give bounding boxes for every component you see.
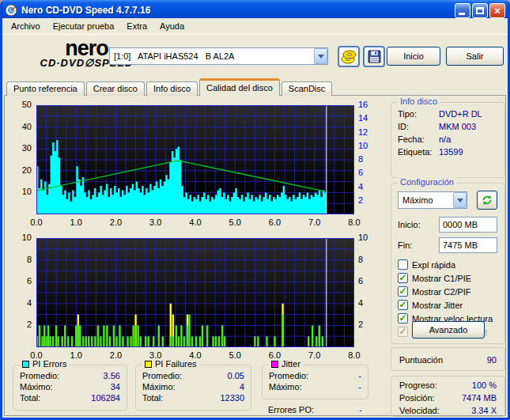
drive-select-dropdown-button[interactable] — [314, 48, 327, 64]
app-window: Nero CD-DVD Speed 4.7.7.16 × Archivo Eje… — [0, 0, 510, 420]
y-axis-right-tick-label: 16 — [358, 100, 382, 110]
stat-row: Máximo:- — [263, 381, 368, 392]
checkbox-mostrar-c2-pif[interactable]: ✓Mostrar C2/PIF — [398, 285, 501, 298]
menu-extra[interactable]: Extra — [120, 19, 153, 33]
stat-row: Promedio:3.56 — [13, 370, 127, 381]
pi-errors-stats-caption: PI Errors — [20, 359, 69, 369]
disc-info-row: Tipo:DVD+R DL — [391, 108, 504, 120]
menu-ayuda[interactable]: Ayuda — [153, 19, 191, 33]
checkbox-expl-r-pida[interactable]: Expl rápida — [398, 258, 501, 271]
y-axis-left-tick-label: 40 — [5, 122, 32, 132]
menu-bar: Archivo Ejecutar prueba Extra Ayuda — [2, 18, 508, 35]
y-axis-left-tick-label: 2 — [5, 320, 32, 330]
y-axis-right-tick-label: 10 — [358, 233, 382, 243]
stat-row: Promedio:0.05 — [136, 370, 251, 381]
x-axis-tick-label: 7.0 — [304, 218, 326, 228]
x-axis-tick-label: 2.0 — [105, 350, 127, 361]
exit-button[interactable]: Salir — [446, 47, 504, 66]
y-axis-left-tick-label: 30 — [5, 143, 32, 153]
checkbox-box[interactable]: ✓ — [398, 286, 408, 297]
speed-select-dropdown-button[interactable] — [453, 192, 467, 208]
x-axis-tick-label: 6.0 — [264, 218, 286, 228]
pi-failures-chart: 2468102468100.01.02.03.04.05.06.07.08.0 — [5, 235, 389, 363]
x-axis-tick-label: 3.0 — [145, 218, 167, 228]
checkbox-label: Mostrar C2/PIF — [412, 287, 471, 297]
x-axis-tick-label: 8.0 — [343, 218, 365, 228]
pi-errors-stats-box: PI Errors Promedio:3.56 Máximo:34 Total:… — [13, 365, 127, 411]
configuration-caption: Configuración — [398, 177, 456, 187]
speed-select-value: Máximo — [399, 195, 453, 205]
pi-failures-stats-caption: PI Failures — [142, 359, 199, 369]
save-button[interactable] — [363, 46, 385, 67]
checkbox-box[interactable]: ✓ — [398, 313, 408, 324]
y-axis-right-tick-label: 6 — [358, 168, 382, 178]
pi-failures-stats-box: PI Failures Promedio:0.05 Máximo:4 Total… — [135, 365, 251, 411]
score-label: Puntuación — [399, 355, 443, 365]
toolbar: nero CD·DVD∅SPEED [1:0] ATAPI iHAS524 B … — [2, 36, 508, 79]
inicio-field[interactable] — [439, 217, 497, 233]
checkbox-mostrar-c1-pie[interactable]: ✓Mostrar C1/PIE — [398, 271, 501, 285]
pi-errors-chart: 10203040502468101214160.01.02.03.04.05.0… — [5, 102, 389, 230]
disc-info-row: ID:MKM 003 — [391, 120, 504, 133]
progress-row: Posición:7474 MB — [391, 392, 504, 404]
checkbox-box[interactable]: ✓ — [398, 273, 408, 283]
fin-field[interactable] — [439, 237, 497, 253]
x-axis-tick-label: 7.0 — [304, 350, 326, 361]
x-axis-tick-label: 4.0 — [184, 218, 206, 228]
stat-row: Total:106284 — [13, 392, 127, 403]
checkbox-box[interactable]: ✓ — [398, 300, 408, 310]
chevron-down-icon — [457, 199, 463, 202]
checkbox-mostrar-jitter[interactable]: ✓Mostrar Jitter — [398, 298, 501, 312]
close-button[interactable]: × — [489, 3, 505, 18]
menu-archivo[interactable]: Archivo — [5, 19, 47, 33]
stat-row: Promedio:- — [263, 370, 368, 381]
tab-punto-referencia[interactable]: Punto referencia — [6, 81, 85, 96]
eject-disc-icon — [341, 50, 357, 64]
pi-errors-plot-area — [36, 105, 354, 214]
x-axis-tick-label: 5.0 — [224, 218, 246, 228]
y-axis-left-tick-label: 8 — [5, 255, 32, 265]
x-axis-tick-label: 2.0 — [105, 218, 127, 228]
jitter-legend-swatch — [271, 361, 278, 368]
y-axis-right-tick-label: 8 — [358, 255, 382, 265]
start-button[interactable]: Inicio — [387, 47, 440, 66]
jitter-stats-caption: Jitter — [269, 359, 303, 369]
tab-crear-disco[interactable]: Crear disco — [86, 81, 145, 96]
eject-disc-button[interactable] — [338, 46, 360, 67]
pi-failures-legend-swatch — [145, 361, 152, 368]
y-axis-right-tick-label: 14 — [358, 113, 382, 123]
close-icon: × — [490, 4, 504, 17]
menu-ejecutar-prueba[interactable]: Ejecutar prueba — [47, 19, 121, 33]
checkbox-box: ✓ — [398, 327, 408, 337]
disc-info-caption: Info disco — [398, 96, 440, 106]
stat-row: Máximo:4 — [136, 381, 251, 392]
x-axis-tick-label: 5.0 — [224, 350, 246, 361]
x-axis-tick-label: 1.0 — [65, 218, 87, 228]
y-axis-left-tick-label: 4 — [5, 298, 32, 308]
jitter-stats-box: Jitter Promedio:- Máximo:- — [262, 365, 368, 399]
speed-select[interactable]: Máximo — [398, 191, 467, 209]
progress-panel: Progreso:100 % Posición:7474 MB Velocida… — [391, 376, 505, 417]
minimize-button[interactable] — [455, 3, 470, 18]
refresh-button[interactable] — [477, 191, 497, 210]
pi-errors-legend-swatch — [22, 361, 29, 368]
advanced-button[interactable]: Avanzado — [412, 321, 485, 339]
save-icon — [368, 50, 381, 63]
inicio-label: Inicio: — [398, 220, 421, 229]
score-panel: Puntuación 90 — [391, 347, 505, 371]
pi-failures-plot-area — [36, 238, 354, 347]
stat-row: Total:12330 — [136, 392, 251, 403]
maximize-icon — [476, 7, 484, 14]
tab-calidad-del-disco[interactable]: Calidad del disco — [199, 78, 280, 96]
drive-select[interactable]: [1:0] ATAPI iHAS524 B AL2A — [109, 47, 328, 65]
maximize-button[interactable] — [472, 3, 488, 18]
tab-scandisc[interactable]: ScanDisc — [281, 81, 332, 96]
disc-info-row: Fecha:n/a — [391, 133, 504, 146]
score-value: 90 — [487, 355, 497, 365]
y-axis-left-tick-label: 50 — [5, 100, 32, 110]
tab-info-disco[interactable]: Info disco — [146, 81, 198, 96]
po-errors-row: Errores PO:- — [262, 404, 368, 415]
disc-info-box: Info disco Tipo:DVD+R DL ID:MKM 003 Fech… — [391, 102, 505, 178]
y-axis-right-tick-label: 8 — [358, 154, 382, 165]
checkbox-box[interactable] — [398, 259, 408, 270]
